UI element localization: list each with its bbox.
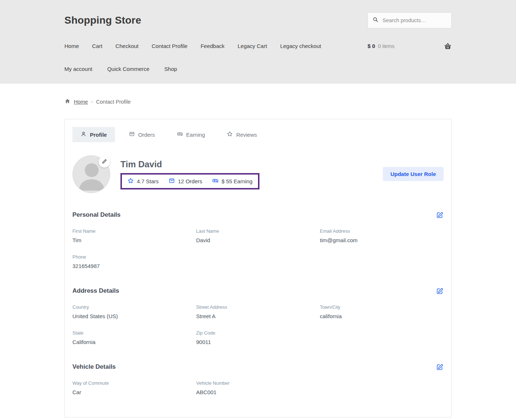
secondary-nav: My account Quick Commerce Shop [64,66,452,72]
field-label: Zip Code [196,330,320,336]
nav-feedback[interactable]: Feedback [201,43,225,49]
nav-home[interactable]: Home [64,43,79,49]
product-search-box[interactable] [368,12,452,28]
search-icon [373,17,378,24]
edit-vehicle-details-button[interactable] [436,363,444,371]
search-input[interactable] [382,17,446,24]
field-value: California [72,339,196,345]
field-way-of-commute: Way of Commute Car [72,380,196,395]
field-label: First Name [72,228,196,234]
pencil-icon [102,159,107,165]
edit-square-icon [436,291,444,296]
field-country: Country United States (US) [72,304,196,319]
field-phone: Phone 321654987 [72,254,196,269]
profile-name: Tim David [120,159,259,169]
field-label: Phone [72,254,196,260]
orders-box-icon [129,131,135,138]
field-label: Country [72,304,196,310]
field-value: 321654987 [72,263,196,269]
stats-highlight-box: 4.7 Stars 12 Orders [120,173,259,189]
star-icon [127,177,134,185]
field-first-name: First Name Tim [72,228,196,243]
nav-quick-commerce[interactable]: Quick Commerce [107,66,150,72]
breadcrumb-home-link[interactable]: Home [74,99,88,105]
breadcrumb-separator: › [91,99,93,104]
stat-earning-label: $ 55 Earning [222,178,253,184]
field-value: tim@gmail.com [320,237,444,243]
tab-profile-label: Profile [90,132,107,138]
breadcrumb: Home › Contact Profile [64,98,452,105]
field-label: Vehicle Number [196,380,320,386]
field-value: ABC001 [196,389,320,395]
field-value: David [196,237,320,243]
tab-orders-label: Orders [138,132,155,138]
stat-stars-label: 4.7 Stars [137,178,159,184]
primary-nav: Home Cart Checkout Contact Profile Feedb… [64,42,452,50]
update-user-role-button[interactable]: Update User Role [383,167,444,181]
tab-earning-label: Earning [186,132,205,138]
cart-summary[interactable]: $ 0 0 items [368,42,452,50]
nav-cart[interactable]: Cart [92,43,102,49]
section-title: Address Details [72,287,119,295]
nav-my-account[interactable]: My account [64,66,92,72]
stat-earning: $ 55 Earning [212,177,253,185]
money-refresh-icon [212,177,219,185]
field-state: State California [72,330,196,345]
tab-reviews-label: Reviews [236,132,257,138]
tab-reviews[interactable]: Reviews [219,127,265,142]
field-value: United States (US) [72,313,196,319]
tab-profile[interactable]: Profile [72,127,115,142]
user-icon [80,131,87,138]
field-email-address: Email Address tim@gmail.com [320,228,444,243]
edit-personal-details-button[interactable] [436,211,444,219]
stat-stars: 4.7 Stars [127,177,159,185]
contact-profile-card: Profile Orders Earning [64,119,452,417]
breadcrumb-current: Contact Profile [96,99,131,105]
field-value: california [320,313,444,319]
basket-icon[interactable] [444,42,452,50]
field-town-city: Town/City california [320,304,444,319]
section-title: Personal Details [72,211,120,219]
field-label: Last Name [196,228,320,234]
personal-details-section: Personal Details First Name Tim L [72,211,444,269]
field-last-name: Last Name David [196,228,320,243]
nav-checkout[interactable]: Checkout [115,43,138,49]
vehicle-details-section: Vehicle Details Way of Commute Car [72,363,444,395]
avatar-edit-button[interactable] [99,156,110,168]
field-label: Town/City [320,304,444,310]
edit-square-icon [436,367,444,372]
tab-earning[interactable]: Earning [169,127,213,142]
field-zip-code: Zip Code 90011 [196,330,320,345]
tab-orders[interactable]: Orders [121,127,163,142]
site-header: Shopping Store Home Cart Checkout Contac… [0,0,516,84]
field-label: Way of Commute [72,380,196,386]
profile-head: Tim David 4.7 Stars [72,155,444,193]
field-vehicle-number: Vehicle Number ABC001 [196,380,320,395]
nav-contact-profile[interactable]: Contact Profile [152,43,187,49]
field-value: Tim [72,237,196,243]
nav-shop[interactable]: Shop [164,66,177,72]
field-label: State [72,330,196,336]
nav-legacy-cart[interactable]: Legacy Cart [238,43,267,49]
profile-tabs: Profile Orders Earning [72,127,444,142]
field-value: Street A [196,313,320,319]
site-title: Shopping Store [64,15,141,26]
field-value: Car [72,389,196,395]
stat-orders-label: 12 Orders [178,178,202,184]
stat-orders: 12 Orders [168,177,202,185]
edit-square-icon [436,215,444,220]
section-title: Vehicle Details [72,363,116,371]
edit-address-details-button[interactable] [436,287,444,295]
star-icon [227,131,233,138]
nav-legacy-checkout[interactable]: Legacy checkout [280,43,321,49]
cart-amount: $ 0 [368,43,375,49]
cart-item-count: 0 items [378,43,394,49]
money-refresh-icon [177,131,183,138]
field-street-address: Street Address Street A [196,304,320,319]
address-details-section: Address Details Country United States (U… [72,287,444,345]
orders-box-icon [168,177,175,185]
field-label: Street Address [196,304,320,310]
home-icon [64,98,71,105]
field-label: Email Address [320,228,444,234]
field-value: 90011 [196,339,320,345]
